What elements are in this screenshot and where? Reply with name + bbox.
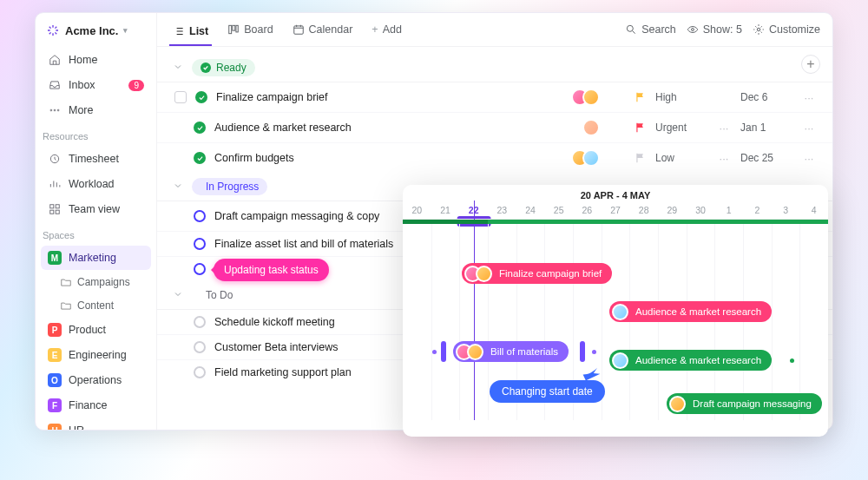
timeline-bar[interactable]: Draft campaign messaging — [667, 393, 822, 414]
more-inline-icon[interactable]: ··· — [716, 122, 732, 135]
task-row[interactable]: Audience & market researchUrgent···Jan 1… — [157, 112, 832, 142]
svg-rect-10 — [236, 25, 238, 32]
sidebar-nav: HomeInbox9More — [36, 48, 156, 122]
timeline-day[interactable]: 27 — [602, 203, 630, 219]
group-name: To Do — [206, 289, 233, 301]
assignee-avatars[interactable] — [582, 119, 600, 136]
timeline-bar[interactable]: Finalize campaign brief — [462, 263, 612, 284]
timeline-day[interactable]: 29 — [658, 203, 687, 219]
space-color-badge: E — [48, 348, 62, 362]
timeline-day[interactable]: 3 — [772, 203, 800, 219]
search-icon — [625, 23, 637, 36]
chevron-down-icon[interactable] — [173, 62, 185, 74]
sidebar-item-label: Timesheet — [69, 153, 119, 165]
sidebar-space-engineering[interactable]: EEngineering — [41, 343, 151, 367]
timeline-day[interactable]: 30 — [687, 203, 715, 219]
chevron-down-icon[interactable] — [173, 181, 185, 193]
view-tab-board[interactable]: Board — [224, 20, 276, 39]
assignee-avatars[interactable] — [571, 149, 600, 167]
due-date[interactable]: Jan 1 — [740, 122, 792, 134]
group-header[interactable]: Ready — [157, 54, 832, 82]
sidebar-nav-label: Home — [69, 54, 97, 66]
task-row[interactable]: Confirm budgetsLow···Dec 25··· — [157, 142, 832, 173]
sidebar-item-label: HR — [69, 424, 84, 431]
timeline-bar-label: Audience & market research — [635, 306, 761, 317]
sidebar-space-finance[interactable]: FFinance — [41, 393, 151, 418]
toolbar-search[interactable]: Search — [625, 23, 676, 36]
task-title: Customer Beta interviews — [214, 341, 338, 353]
timeline-day[interactable]: 28 — [629, 203, 658, 219]
view-tab-add[interactable]: +Add — [368, 20, 405, 39]
task-title: Finalize campaign brief — [216, 91, 328, 103]
tab-label: Calendar — [309, 23, 353, 36]
sidebar-folder-campaigns[interactable]: >Campaigns — [41, 271, 151, 293]
svg-rect-5 — [56, 205, 59, 208]
timeline-handle[interactable] — [580, 341, 585, 362]
due-date[interactable]: Dec 6 — [740, 91, 792, 103]
timeline-day[interactable]: 24 — [516, 203, 545, 219]
group-name: In Progress — [206, 181, 259, 193]
add-task-button[interactable]: + — [801, 55, 820, 74]
sidebar-nav-home[interactable]: Home — [41, 48, 151, 72]
chevron-down-icon[interactable] — [173, 289, 185, 301]
priority-flag-icon[interactable] — [635, 122, 647, 134]
kebab-icon[interactable]: ··· — [801, 152, 817, 165]
sidebar-space-hr[interactable]: HHR — [41, 418, 151, 431]
priority-label: Low — [655, 152, 707, 164]
sidebar-resource-teamview[interactable]: Team view — [41, 197, 151, 221]
timeline-day[interactable]: 4 — [799, 203, 828, 219]
folder-icon: > — [60, 276, 72, 288]
svg-rect-4 — [50, 205, 54, 208]
view-toolbar: ListBoardCalendar+Add Search Show: 5 Cus… — [157, 13, 832, 47]
plus-icon: + — [372, 23, 378, 36]
timeline-gridline — [799, 220, 800, 420]
status-ring-icon — [194, 210, 206, 222]
sidebar-nav-more[interactable]: More — [41, 98, 151, 122]
sidebar-space-product[interactable]: PProduct — [41, 318, 151, 342]
timeline-bar[interactable]: Audience & market research — [609, 301, 772, 322]
view-tab-list[interactable]: List — [169, 20, 212, 46]
timeline-day[interactable]: 25 — [544, 203, 573, 219]
timeline-gridline — [488, 220, 489, 420]
tab-label: List — [189, 25, 208, 37]
toolbar-customize[interactable]: Customize — [753, 23, 820, 36]
task-row[interactable]: Finalize campaign briefHighDec 6··· — [157, 82, 832, 112]
priority-flag-icon[interactable] — [635, 91, 647, 103]
assignee-avatars[interactable] — [571, 89, 600, 106]
sidebar-resource-workload[interactable]: Workload — [41, 172, 151, 196]
status-ring-icon — [194, 341, 206, 353]
view-tab-calendar[interactable]: Calendar — [289, 20, 357, 39]
status-done-icon — [194, 152, 206, 164]
timeline-range: 20 APR - 4 MAY — [403, 185, 828, 203]
priority-label: High — [655, 91, 707, 103]
kebab-icon[interactable]: ··· — [801, 122, 817, 135]
timeline-bar[interactable]: Audience & market research — [609, 350, 772, 371]
sidebar-space-marketing[interactable]: MMarketing — [41, 246, 151, 270]
sidebar-nav-inbox[interactable]: Inbox9 — [41, 73, 151, 97]
svg-rect-9 — [233, 25, 235, 30]
workspace-switcher[interactable]: Acme Inc. ▾ — [36, 13, 156, 48]
kebab-icon[interactable]: ··· — [801, 91, 817, 104]
priority-flag-icon[interactable] — [635, 152, 647, 164]
timeline-bar-label: Bill of materials — [490, 346, 558, 357]
timeline-day[interactable]: 21 — [431, 203, 460, 219]
checkbox[interactable] — [174, 91, 187, 103]
toolbar-customize-label: Customize — [769, 23, 820, 36]
timeline-day[interactable]: 23 — [488, 203, 516, 219]
assignee-avatars — [456, 344, 483, 360]
sidebar-space-operations[interactable]: OOperations — [41, 368, 151, 392]
timeline-day[interactable]: 20 — [403, 203, 431, 219]
timeline-day[interactable]: 2 — [743, 203, 772, 219]
sidebar-resource-timesheet[interactable]: Timesheet — [41, 147, 151, 171]
more-inline-icon[interactable]: ··· — [716, 152, 732, 165]
timeline-day[interactable]: 1 — [714, 203, 743, 219]
sidebar-folder-content[interactable]: >Content — [41, 294, 151, 317]
timeline-gridline — [772, 220, 773, 420]
sidebar-item-label: Operations — [69, 374, 122, 386]
timeline-handle[interactable] — [441, 341, 446, 362]
timeline-day[interactable]: 26 — [573, 203, 602, 219]
toolbar-show[interactable]: Show: 5 — [687, 23, 742, 36]
due-date[interactable]: Dec 25 — [740, 152, 792, 164]
timeline-bar[interactable]: Bill of materials — [453, 341, 569, 362]
timeline-bar-label: Audience & market research — [635, 355, 761, 365]
